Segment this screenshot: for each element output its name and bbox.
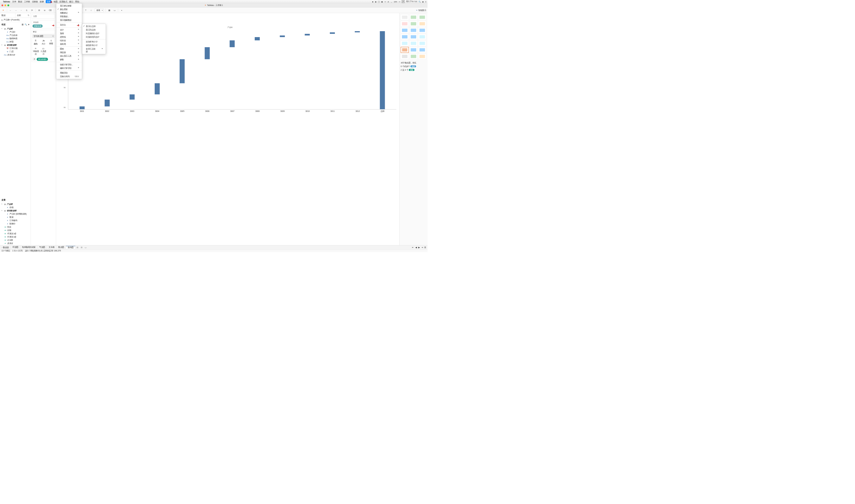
showme-thumb[interactable] [401, 14, 409, 20]
chart-bar[interactable] [380, 31, 385, 109]
sheet-list-button[interactable]: ☰ [424, 246, 426, 249]
menu-item[interactable]: 创建计算字段... [56, 63, 82, 67]
wechat-icon[interactable]: ◉ [375, 1, 376, 3]
filter-pill[interactable]: 度量名称 [33, 25, 43, 28]
chart-bar[interactable] [255, 37, 260, 40]
tree-field[interactable]: Abc产品名称 [0, 34, 31, 37]
sheet-tab[interactable]: 瀑布图 [66, 246, 75, 249]
tree-field[interactable]: ⊕门店 [0, 50, 31, 53]
chart-bar[interactable] [230, 40, 235, 47]
show-me-toggle[interactable]: ≡ 智能显示 [416, 9, 426, 12]
tab-data[interactable]: 数据 [0, 13, 15, 18]
fit-select[interactable]: 标准 [95, 8, 104, 12]
marks-color[interactable]: ⠿颜色 [32, 39, 40, 46]
clear-button[interactable]: ⌫ [48, 8, 52, 12]
pin-button[interactable]: ☆ [89, 8, 93, 12]
tree-field[interactable]: =#金额 [0, 229, 31, 232]
siri-icon[interactable]: ◉ [422, 1, 424, 3]
tree-field[interactable]: #顾客ID [0, 222, 31, 225]
menu-item[interactable]: 显示行总和 [82, 25, 106, 28]
sheet-tab[interactable]: 每种咖啡的销量 [20, 246, 37, 249]
presentation-button[interactable]: ▦ [107, 8, 111, 12]
datasource[interactable]: ⎘ 产品表+ (PowerBI) [0, 18, 31, 22]
menu-window[interactable]: 窗口 [69, 0, 73, 3]
datetime[interactable]: 周六 下午7:22 [406, 0, 417, 3]
first-sheet-button[interactable]: ⇤ [412, 246, 414, 249]
notifications-icon[interactable]: ≡ [425, 1, 426, 3]
tree-field[interactable]: =#记录数 [0, 238, 31, 241]
app-name[interactable]: Tableau [3, 1, 10, 3]
filters-shelf[interactable]: 筛选器 度量名称 [32, 20, 55, 29]
menu-item[interactable]: 全部汇总依据 [82, 47, 106, 53]
sheet-tab[interactable]: 环形图 [11, 246, 20, 249]
menu-story[interactable]: 故事 [40, 0, 43, 3]
tree-field[interactable]: Abc杯型 [0, 40, 31, 43]
forward-button[interactable]: → [14, 8, 18, 12]
duplicate-button[interactable]: ⧉ [43, 8, 46, 12]
view-icon[interactable]: ☰ [22, 23, 23, 26]
menu-item[interactable]: 编辑计算字段 [56, 67, 82, 70]
menu-map[interactable]: 地图 [53, 0, 57, 3]
chart-bar[interactable] [355, 31, 360, 32]
showme-thumb[interactable] [418, 27, 427, 33]
tree-field[interactable]: ⊕纬度(生成) [0, 232, 31, 235]
tree-field[interactable]: #价格 [0, 206, 31, 209]
tree-field[interactable]: Abc度量名称 [0, 53, 31, 56]
camera-icon[interactable]: ■ [372, 1, 373, 3]
tree-table[interactable]: ▾▦销售数据表 [0, 43, 31, 47]
chart-bar[interactable] [204, 47, 210, 59]
new-datasource-button[interactable]: ⎘ [25, 8, 29, 12]
menu-help[interactable]: 帮助 [75, 0, 79, 3]
showme-thumb[interactable] [401, 21, 409, 27]
ime-indicator[interactable]: 拼 [402, 0, 405, 3]
last-sheet-button[interactable]: ⇥ [421, 246, 423, 249]
sheet-tab[interactable]: 文本表 [47, 246, 56, 249]
showme-thumb[interactable] [409, 40, 418, 46]
menu-item[interactable]: 预测 [56, 32, 82, 35]
next-sheet-button[interactable]: ▶ [418, 246, 420, 249]
tab-analytics[interactable]: 分析⇅ [15, 13, 31, 18]
menu-worksheet[interactable]: 工作表 [24, 0, 30, 3]
menu-data[interactable]: 数据 [18, 0, 22, 3]
showme-thumb[interactable] [401, 34, 409, 40]
chart-bar[interactable] [130, 94, 135, 100]
sheet-tab[interactable]: 气泡图 [37, 246, 47, 249]
tree-field[interactable]: #产品ID [0, 30, 31, 34]
menu-dashboard[interactable]: 仪表板 [32, 0, 38, 3]
tree-field[interactable]: #度量值 [0, 241, 31, 245]
menu-item[interactable]: 表布局 [56, 42, 82, 46]
new-sheet-button[interactable]: ⊞ [75, 246, 79, 249]
new-dashboard-button[interactable]: ⊞ [79, 246, 84, 249]
prev-sheet-button[interactable]: ◀ [415, 246, 417, 249]
showme-thumb[interactable] [401, 27, 409, 33]
new-story-button[interactable]: ▭ [84, 246, 88, 249]
chart-bar[interactable] [105, 100, 109, 107]
menu-item[interactable]: 显示标记标签 [56, 4, 82, 8]
sync-icon[interactable]: ◯ [378, 1, 380, 3]
tree-table[interactable]: ▾▦销售数据表 [0, 209, 31, 212]
device-button[interactable]: ▭ [113, 8, 117, 12]
agg-size-icon[interactable]: ◔ [33, 58, 36, 60]
menu-file[interactable]: 文件 [12, 0, 16, 3]
menu-item[interactable]: 参数 [56, 58, 82, 61]
chart-bar[interactable] [305, 34, 310, 35]
plot-area[interactable]: 0K5K10K15K [68, 30, 396, 109]
marks-tooltip[interactable]: ▭工具提示 [39, 46, 47, 56]
showme-thumb[interactable] [409, 14, 418, 20]
chart-bar[interactable] [180, 59, 185, 83]
menu-item[interactable]: 筛选器 [56, 51, 82, 54]
menu-item[interactable]: 趋势线 [56, 35, 82, 39]
showme-thumb[interactable] [418, 47, 427, 53]
tree-table[interactable]: ▾▦产品表 [0, 202, 31, 206]
showme-thumb[interactable] [418, 14, 427, 20]
close-button[interactable] [1, 4, 3, 6]
menu-item[interactable]: 图例 [56, 47, 82, 51]
showme-thumb[interactable] [401, 53, 409, 59]
menu-item[interactable]: 聚合度量 [56, 8, 82, 11]
menu-item[interactable]: 突出显示工具 [56, 54, 82, 58]
menu-item[interactable]: 周期字段 [56, 71, 82, 75]
showme-thumb[interactable] [418, 40, 427, 46]
showme-thumb[interactable] [409, 53, 418, 59]
chart-bar[interactable] [330, 32, 335, 34]
menu-item[interactable]: 堆叠标记 [56, 11, 82, 15]
